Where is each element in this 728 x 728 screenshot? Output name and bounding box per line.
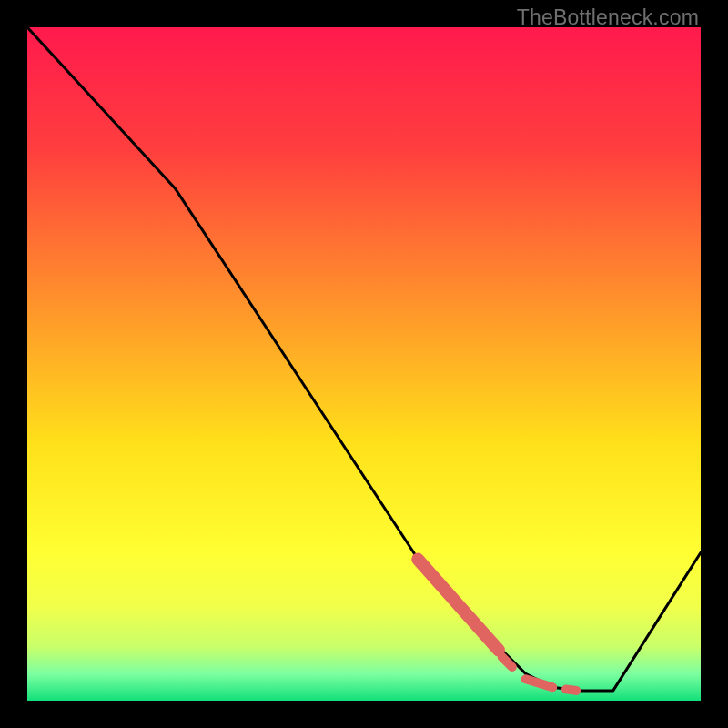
- curve-layer: [27, 27, 701, 701]
- plot-area: [27, 27, 701, 701]
- highlight-dash-b: [526, 679, 553, 687]
- watermark-text: TheBottleneck.com: [517, 5, 699, 30]
- bottleneck-curve: [27, 27, 701, 691]
- highlight-dot-c: [566, 689, 576, 691]
- highlight-main-band: [418, 560, 499, 651]
- highlight-group: [418, 560, 576, 691]
- chart-frame: TheBottleneck.com: [0, 0, 728, 728]
